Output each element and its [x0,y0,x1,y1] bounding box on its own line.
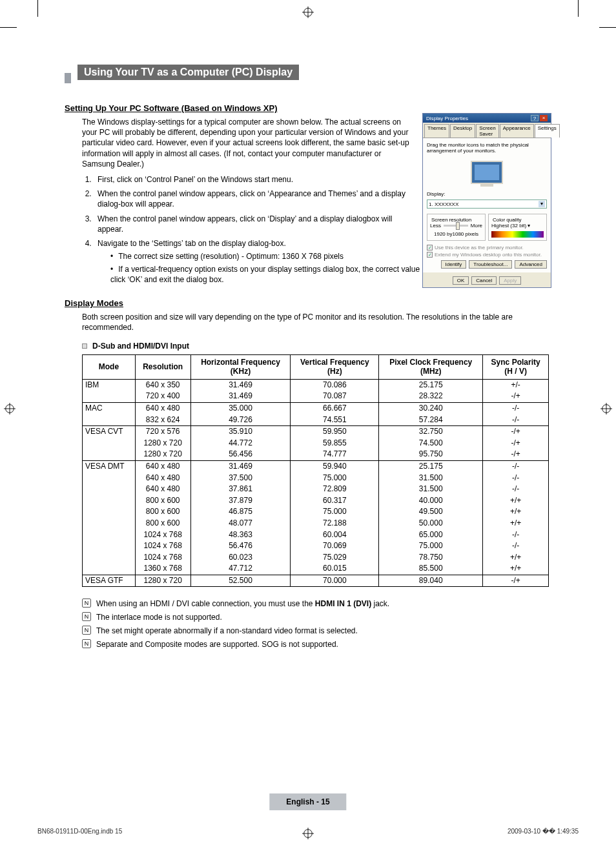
td-pclk: 65.000 [379,529,483,541]
color-quality-group: Color quality Highest (32 bit) ▾ [488,214,547,241]
td-mode: VESA CVT [83,426,136,438]
tab-settings[interactable]: Settings [535,124,560,138]
table-row: VESA DMT640 x 48031.46959.94025.175-/- [83,460,549,472]
td-vfreq: 75.029 [291,552,379,564]
td-pclk: 75.000 [379,540,483,552]
td-resolution: 640 x 480 [135,402,190,414]
table-row: VESA CVT720 x 57635.91059.95032.750-/+ [83,426,549,438]
td-pclk: 25.175 [379,379,483,391]
cancel-button[interactable]: Cancel [471,276,497,285]
td-sync: +/+ [483,563,549,575]
td-resolution: 720 x 576 [135,426,190,438]
tab-themes[interactable]: Themes [424,124,449,138]
td-vfreq: 59.950 [291,426,379,438]
td-sync: +/+ [483,518,549,529]
monitor-icon[interactable] [471,161,503,184]
table-row: 720 x 40031.46970.08728.322-/+ [83,391,549,402]
note-line: NThe interlace mode is not supported. [82,612,549,623]
res-more: More [471,223,482,229]
footer-filename: BN68-01911D-00Eng.indb 15 [37,828,122,835]
step-text: Navigate to the ‘Settings’ tab on the di… [98,239,286,248]
ok-button[interactable]: OK [453,276,469,285]
display-dropdown[interactable]: 1. XXXXXXX ▾ [427,199,547,209]
display-value: 1. XXXXXXX [429,201,458,207]
td-sync: -/- [483,473,549,484]
check1-text: Use this device as the primary monitor. [435,245,524,251]
step-text: First, click on ‘Control Panel’ on the W… [98,175,293,184]
note-text: Separate and Composite modes are support… [96,639,338,650]
registration-mark-right [601,403,612,414]
registration-mark-top [302,6,314,18]
advanced-button[interactable]: Advanced [515,260,547,269]
note-line: NThe set might operate abnormally if a n… [82,626,549,637]
step-text: When the control panel window appears, c… [98,214,392,234]
note-text: When using an HDMI / DVI cable connectio… [96,598,389,609]
td-pclk: 32.750 [379,426,483,438]
td-mode: VESA GTF [83,575,136,587]
checkbox-icon: ✓ [427,252,433,258]
td-pclk: 30.240 [379,402,483,414]
td-mode [83,495,136,507]
help-button[interactable]: ? [531,115,539,121]
color-bar [491,231,544,238]
td-vfreq: 66.667 [291,402,379,414]
td-vfreq: 70.000 [291,575,379,587]
table-row: 1024 x 76860.02375.02978.750+/+ [83,552,549,564]
td-hfreq: 35.910 [190,426,291,438]
td-hfreq: 49.726 [190,414,291,426]
td-resolution: 640 x 350 [135,379,190,391]
td-mode [83,473,136,484]
chevron-down-icon: ▾ [528,223,530,229]
td-sync: -/- [483,460,549,472]
screen-res-title: Screen resolution [430,217,473,223]
td-hfreq: 48.363 [190,529,291,541]
close-button[interactable]: × [540,115,548,121]
td-sync: -/- [483,540,549,552]
td-sync: -/- [483,402,549,414]
td-hfreq: 47.712 [190,563,291,575]
td-mode [83,540,136,552]
primary-monitor-check[interactable]: ✓Use this device as the primary monitor. [427,245,547,251]
dsub-hdmi-subtitle: D-Sub and HDMI/DVI Input [82,342,549,351]
tab-screensaver[interactable]: Screen Saver [476,124,498,138]
color-quality-dropdown[interactable]: Highest (32 bit) ▾ [491,223,544,229]
res-less: Less [430,223,441,229]
table-row: 640 x 48037.86172.80931.500-/- [83,484,549,495]
step-3: When the control panel window appears, c… [94,214,413,234]
resolution-slider[interactable] [444,225,468,227]
extend-desktop-check[interactable]: ✓Extend my Windows desktop onto this mon… [427,252,547,258]
td-vfreq: 74.551 [291,414,379,426]
identify-button[interactable]: Identify [441,260,467,269]
td-mode: VESA DMT [83,460,136,472]
td-pclk: 40.000 [379,495,483,507]
notes-block: NWhen using an HDMI / DVI cable connecti… [82,598,549,650]
registration-mark-left [4,403,15,414]
td-mode [83,506,136,518]
tab-appearance[interactable]: Appearance [500,124,534,138]
td-vfreq: 74.777 [291,449,379,460]
td-mode [83,563,136,575]
td-vfreq: 60.004 [291,529,379,541]
th-vfreq: Vertical Frequency(Hz) [291,355,379,380]
td-sync: -/- [483,529,549,541]
td-pclk: 95.750 [379,449,483,460]
color-quality-title: Color quality [491,217,522,223]
td-resolution: 720 x 400 [135,391,190,402]
td-hfreq: 37.500 [190,473,291,484]
apply-button[interactable]: Apply [499,276,521,285]
td-mode: MAC [83,402,136,414]
troubleshoot-button[interactable]: Troubleshoot... [469,260,512,269]
td-sync: -/+ [483,449,549,460]
td-vfreq: 75.000 [291,506,379,518]
td-mode [83,484,136,495]
td-resolution: 1280 x 720 [135,449,190,460]
tab-desktop[interactable]: Desktop [450,124,475,138]
table-row: 1280 x 72056.45674.77795.750-/+ [83,449,549,460]
step-text: When the control panel window appears, c… [98,189,406,209]
td-hfreq: 37.879 [190,495,291,507]
display-properties-dialog: Display Properties ? × Themes Desktop Sc… [422,113,551,288]
chevron-down-icon: ▾ [539,201,545,207]
table-row: 1360 x 76847.71260.01585.500+/+ [83,563,549,575]
td-hfreq: 56.456 [190,449,291,460]
display-modes-table: Mode Resolution Horizontal Frequency(KHz… [82,354,549,587]
